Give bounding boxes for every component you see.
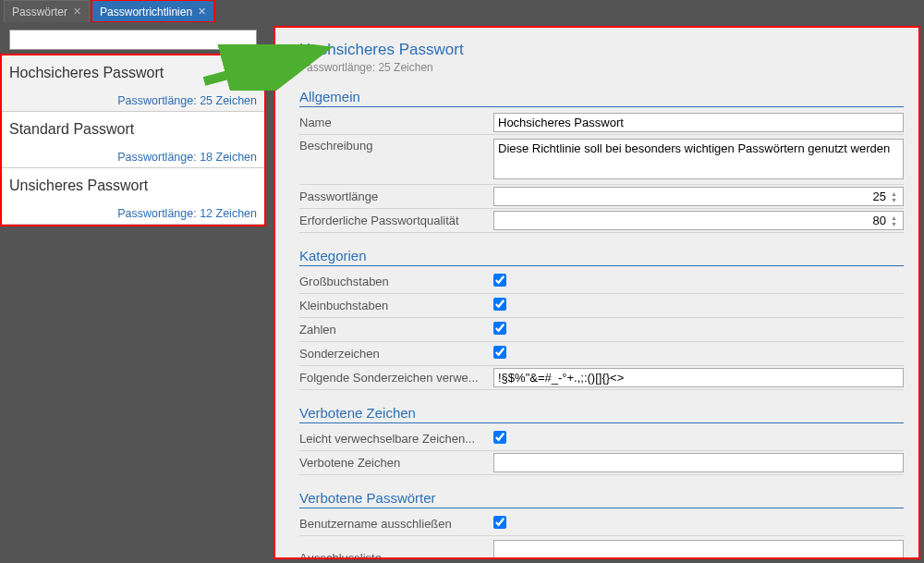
list-item-title: Unsicheres Passwort — [9, 177, 257, 194]
label-digits: Zahlen — [299, 323, 493, 337]
policy-list: Hochsicheres Passwort Passwortlänge: 25 … — [2, 55, 264, 225]
tab-policies[interactable]: Passwortrichtlinien ✕ — [91, 0, 214, 22]
close-icon[interactable]: ✕ — [73, 6, 81, 18]
tab-label: Passwortrichtlinien — [100, 6, 192, 18]
label-pwq: Erforderliche Passwortqualität — [299, 214, 493, 227]
pwlen-input[interactable] — [493, 187, 904, 206]
label-confusable: Leicht verwechselbare Zeichen... — [299, 432, 493, 446]
list-item[interactable]: Standard Passwort Passwortlänge: 18 Zeic… — [2, 112, 264, 168]
list-item-title: Standard Passwort — [9, 121, 257, 138]
special-checkbox[interactable] — [493, 346, 506, 359]
pwq-input[interactable] — [493, 211, 904, 230]
label-excl-list: Ausschlussliste — [299, 540, 493, 557]
label-user-excl: Benutzername ausschließen — [299, 517, 493, 531]
label-descr: Beschreibung — [299, 139, 493, 153]
list-item-meta: Passwortlänge: 25 Zeichen — [9, 94, 257, 107]
list-item-meta: Passwortlänge: 18 Zeichen — [9, 151, 257, 164]
upper-checkbox[interactable] — [493, 274, 506, 287]
digits-checkbox[interactable] — [493, 322, 506, 335]
list-item[interactable]: Unsicheres Passwort Passwortlänge: 12 Ze… — [2, 168, 264, 225]
tab-label: Passwörter — [12, 6, 67, 18]
section-title-general: Allgemein — [299, 89, 904, 107]
label-name: Name — [299, 116, 493, 129]
lower-checkbox[interactable] — [493, 298, 506, 311]
descr-input[interactable] — [493, 139, 904, 179]
forbidden-input[interactable] — [493, 453, 904, 472]
special-list-input[interactable] — [493, 368, 904, 387]
list-item[interactable]: Hochsicheres Passwort Passwortlänge: 25 … — [2, 55, 264, 112]
search-wrap — [0, 22, 266, 55]
spinner-icon[interactable]: ▲▼ — [891, 213, 902, 228]
section-title-categories: Kategorien — [299, 248, 904, 266]
label-pwlen: Passwortlänge — [299, 190, 493, 203]
confusable-checkbox[interactable] — [493, 431, 506, 444]
section-title-forbidden-chars: Verbotene Zeichen — [299, 405, 904, 423]
list-item-title: Hochsicheres Passwort — [9, 65, 257, 81]
page-title: Hochsicheres Passwort — [299, 41, 904, 59]
label-special-list: Folgende Sonderzeichen verwe... — [299, 371, 493, 385]
label-forbidden: Verbotene Zeichen — [299, 456, 493, 470]
close-icon[interactable]: ✕ — [198, 6, 206, 18]
sidebar: Hochsicheres Passwort Passwortlänge: 25 … — [0, 22, 266, 563]
section-title-forbidden-pw: Verbotene Passwörter — [299, 490, 904, 508]
user-excl-checkbox[interactable] — [493, 516, 506, 529]
name-input[interactable] — [493, 113, 904, 132]
label-upper: Großbuchstaben — [299, 275, 493, 288]
page-subtitle: Passwortlänge: 25 Zeichen — [299, 61, 904, 74]
spinner-icon[interactable]: ▲▼ — [891, 189, 902, 204]
list-item-meta: Passwortlänge: 12 Zeichen — [9, 207, 257, 220]
search-input[interactable] — [9, 30, 257, 50]
tab-bar: Passwörter ✕ Passwortrichtlinien ✕ — [0, 0, 924, 22]
label-special: Sonderzeichen — [299, 347, 493, 361]
excl-list-input[interactable] — [493, 540, 904, 557]
tab-passwords[interactable]: Passwörter ✕ — [4, 0, 90, 22]
detail-pane: Hochsicheres Passwort Passwortlänge: 25 … — [275, 28, 918, 557]
label-lower: Kleinbuchstaben — [299, 299, 493, 312]
